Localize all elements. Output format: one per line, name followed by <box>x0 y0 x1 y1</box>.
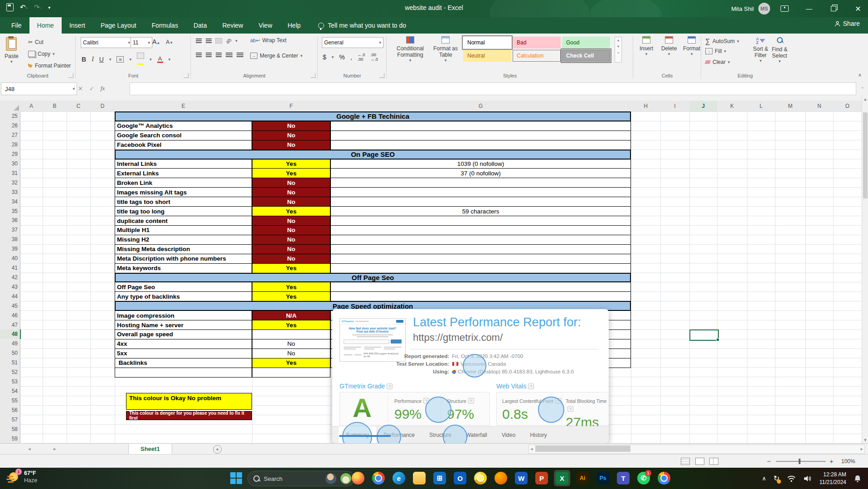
sort-filter-button[interactable]: AZ Sort & Filter▾ <box>751 37 771 63</box>
accounting-format-icon[interactable]: $ <box>323 53 326 61</box>
cell-F33[interactable]: No <box>252 187 330 197</box>
menu-tab-home[interactable]: Home <box>29 17 62 34</box>
increase-font-icon[interactable]: A▲ <box>152 38 160 45</box>
sheet-tab-sheet1[interactable]: Sheet1 <box>128 444 172 455</box>
gt-tab-history[interactable]: History <box>523 426 554 443</box>
cell-F36[interactable]: No <box>252 216 330 226</box>
cell-E34[interactable]: title tags too short <box>115 197 252 207</box>
clipboard-dialog-launcher[interactable] <box>68 73 73 78</box>
style-check-cell[interactable]: Check Cell <box>562 50 610 62</box>
row-header-33[interactable]: 33 <box>12 187 18 197</box>
cell-E52[interactable] <box>115 368 252 378</box>
menu-tab-review[interactable]: Review <box>215 17 251 34</box>
cell-G30[interactable]: 1039 (0 nofollow) <box>330 159 631 169</box>
row-header-42[interactable]: 42 <box>12 273 18 282</box>
font-dialog-launcher[interactable] <box>184 73 189 78</box>
format-painter-button[interactable]: Format Painter <box>28 63 71 69</box>
row-header-48[interactable]: 48 <box>12 329 18 339</box>
row-header-54[interactable]: 54 <box>12 387 18 396</box>
style-good[interactable]: Good <box>562 37 610 48</box>
taskbar-icon-firefox-nightly[interactable] <box>493 470 509 486</box>
column-header-J[interactable]: J <box>689 101 718 112</box>
cell-G37[interactable] <box>330 225 631 235</box>
search-box[interactable]: Search <box>247 471 354 486</box>
column-header-C[interactable]: C <box>67 101 91 112</box>
copy-button[interactable]: Copy▾ <box>28 51 55 57</box>
cell-G28[interactable] <box>330 140 631 150</box>
decrease-decimal-icon[interactable]: .00→.0 <box>370 53 378 62</box>
taskbar-icon-chrome-beta[interactable] <box>472 470 489 486</box>
cell-F41[interactable]: Yes <box>252 263 330 273</box>
cell-E36[interactable]: duplicate content <box>115 216 252 226</box>
hscroll-left-icon[interactable]: ◂ <box>530 446 533 452</box>
font-family-select[interactable]: Calibri▾ <box>81 37 132 48</box>
cell-G32[interactable] <box>330 178 631 188</box>
taskbar-icon-store[interactable]: ⊞ <box>432 470 448 486</box>
cell-F44[interactable]: Yes <box>252 291 330 301</box>
row-header-39[interactable]: 39 <box>12 244 18 254</box>
orientation-icon[interactable]: ab <box>225 37 233 44</box>
cell-E37[interactable]: Multiple H1 <box>115 225 252 235</box>
start-button[interactable] <box>230 472 242 484</box>
cell-G35[interactable]: 59 characters <box>330 206 631 216</box>
column-header-M[interactable]: M <box>775 101 806 112</box>
cell-F46[interactable]: N/A <box>252 310 330 320</box>
row-header-30[interactable]: 30 <box>12 159 18 169</box>
taskbar-icon-edge[interactable]: e <box>391 470 407 486</box>
menu-tab-file[interactable]: File <box>4 17 29 34</box>
zoom-slider-thumb[interactable] <box>799 459 800 464</box>
row-header-50[interactable]: 50 <box>12 349 18 358</box>
user-name[interactable]: Mita Shil <box>731 5 754 12</box>
merge-center-button[interactable]: ↔Merge & Center▾ <box>250 53 302 59</box>
cell-F40[interactable]: No <box>252 254 330 264</box>
insert-cells-button[interactable]: Insert▾ <box>636 36 656 56</box>
cell-E30[interactable]: Internal Links <box>115 159 252 169</box>
row-header-46[interactable]: 46 <box>12 310 18 320</box>
row-header-27[interactable]: 27 <box>12 131 18 140</box>
namebox-splitter[interactable]: ⁞ <box>74 84 75 90</box>
sheet-nav-right-icon[interactable]: ▸ <box>53 446 56 452</box>
zoom-out-icon[interactable]: − <box>767 457 771 465</box>
cell-E46[interactable]: Image compression <box>115 310 252 320</box>
cell-F47[interactable]: Yes <box>252 320 330 330</box>
find-select-button[interactable]: Find & Select▾ <box>771 37 789 63</box>
hscroll-right-icon[interactable]: ▸ <box>860 446 863 452</box>
column-header-B[interactable]: B <box>43 101 67 112</box>
row-header-29[interactable]: 29 <box>12 150 18 159</box>
cell-F43[interactable]: Yes <box>252 282 330 292</box>
vscroll-thumb[interactable] <box>863 112 868 199</box>
row-header-53[interactable]: 53 <box>12 377 18 387</box>
row-header-45[interactable]: 45 <box>12 301 18 310</box>
taskbar-icon-chrome[interactable] <box>370 470 387 486</box>
column-header-G[interactable]: G <box>330 101 631 112</box>
increase-indent-icon[interactable] <box>237 53 243 57</box>
cell-F37[interactable]: No <box>252 225 330 235</box>
column-header-O[interactable]: O <box>833 101 862 112</box>
zoom-in-icon[interactable]: + <box>829 457 834 465</box>
cell-E49[interactable]: 4xx <box>115 339 252 349</box>
cell-E44[interactable]: Any type of backlinks <box>115 291 252 301</box>
cell-G43[interactable] <box>330 282 631 292</box>
cell-E51[interactable]: Backlinks <box>115 358 252 368</box>
new-sheet-button[interactable]: + <box>213 445 222 454</box>
column-header-F[interactable]: F <box>252 101 331 112</box>
cell-F38[interactable]: No <box>252 235 330 245</box>
cell-F39[interactable]: No <box>252 244 330 254</box>
underline-button[interactable]: U <box>99 56 104 63</box>
cell-F26[interactable]: No <box>252 121 330 131</box>
align-middle-icon[interactable] <box>206 39 212 43</box>
row-header-38[interactable]: 38 <box>12 235 18 244</box>
italic-button[interactable]: I <box>92 56 94 63</box>
normal-view-icon[interactable] <box>681 458 690 465</box>
menu-tab-insert[interactable]: Insert <box>62 17 93 34</box>
horizontal-scrollbar[interactable]: ◂ ▸ <box>529 445 865 454</box>
cell-F49[interactable]: No <box>252 339 330 349</box>
cell-E39[interactable]: Missing Meta description <box>115 244 252 254</box>
minimize-button[interactable]: — <box>799 0 819 17</box>
clear-button[interactable]: Clear▾ <box>705 59 730 65</box>
menu-tab-page-layout[interactable]: Page Layout <box>93 17 144 34</box>
column-header-D[interactable]: D <box>90 101 115 112</box>
column-header-E[interactable]: E <box>115 101 252 112</box>
wifi-icon[interactable] <box>787 475 796 482</box>
collapse-ribbon-icon[interactable]: ∧ <box>858 72 862 78</box>
